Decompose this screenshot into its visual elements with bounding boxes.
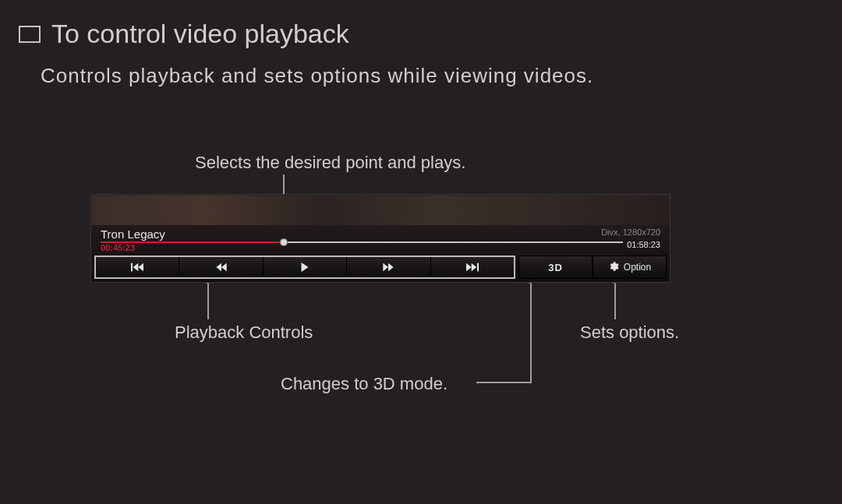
3d-label: 3D (548, 262, 563, 273)
current-time: 00:45:23 (101, 243, 135, 252)
callout-options-line (614, 284, 616, 319)
play-button[interactable] (264, 257, 347, 277)
svg-marker-7 (388, 263, 394, 272)
callout-options-label: Sets options. (580, 322, 679, 343)
progress-track[interactable] (101, 241, 623, 243)
page-heading-row: To control video playback (19, 19, 349, 49)
progress-handle[interactable] (280, 238, 288, 246)
skip-back-button[interactable] (96, 257, 179, 277)
svg-rect-0 (131, 263, 133, 272)
right-controls-group: 3D Option (518, 256, 667, 279)
callout-3d-line-v (530, 284, 532, 383)
svg-marker-2 (139, 263, 144, 272)
bullet-square-icon (19, 26, 41, 43)
svg-rect-10 (477, 263, 479, 272)
option-label: Option (624, 262, 651, 273)
video-meta: Divx, 1280x720 (601, 227, 660, 237)
control-bar: 3D Option (94, 256, 667, 279)
svg-marker-1 (133, 263, 139, 272)
callout-progress-label: Selects the desired point and plays. (195, 153, 465, 173)
3d-mode-button[interactable]: 3D (518, 256, 593, 279)
skip-forward-button[interactable] (431, 257, 514, 277)
page-heading: To control video playback (51, 19, 349, 49)
gear-icon (608, 261, 619, 274)
option-button[interactable]: Option (593, 256, 667, 279)
svg-marker-9 (471, 263, 476, 272)
fast-forward-button[interactable] (347, 257, 430, 277)
video-player-panel: Tron Legacy 00:45:23 Divx, 1280x720 01:5… (90, 194, 670, 283)
callout-playback-controls-label: Playback Controls (175, 322, 313, 343)
progress-fill (101, 241, 284, 243)
video-thumbnail (92, 196, 669, 225)
svg-marker-5 (302, 263, 309, 272)
page-subtitle: Controls playback and sets options while… (41, 64, 593, 88)
svg-marker-4 (221, 263, 227, 272)
callout-3d-line-h (476, 382, 530, 383)
svg-marker-3 (216, 263, 221, 272)
total-time: 01:58:23 (627, 240, 660, 249)
callout-3d-label: Changes to 3D mode. (281, 374, 448, 394)
playback-controls-group (94, 256, 515, 279)
video-title: Tron Legacy (101, 227, 165, 241)
callout-playback-controls-line (207, 284, 209, 319)
rewind-button[interactable] (179, 257, 263, 277)
svg-marker-6 (384, 263, 389, 272)
svg-marker-8 (466, 263, 472, 272)
